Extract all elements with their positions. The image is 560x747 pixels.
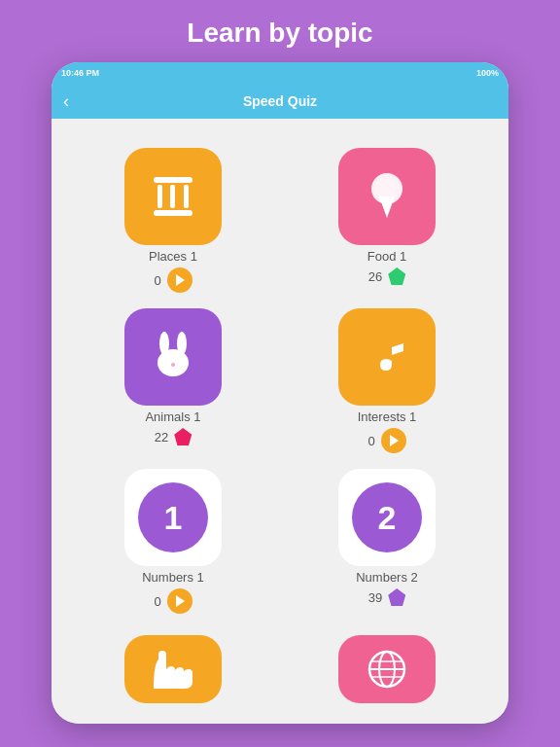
topic-score-places: 0: [154, 267, 192, 293]
icecream-icon: [358, 167, 416, 226]
topic-item-hand[interactable]: [81, 635, 265, 703]
gem-green-icon: [388, 267, 405, 285]
topic-name-numbers1: Numbers 1: [142, 570, 204, 585]
score-value-numbers1: 0: [154, 594, 160, 609]
topic-icon-numbers1: 1: [124, 469, 222, 566]
status-battery: 100%: [476, 68, 499, 78]
number2-badge: 2: [352, 482, 422, 552]
topic-name-places: Places 1: [149, 249, 197, 264]
topic-score-food: 26: [368, 267, 405, 285]
topic-item[interactable]: Food 1 26: [295, 148, 479, 293]
topic-score-numbers1: 0: [154, 588, 192, 614]
status-time: 10:46 PM: [61, 68, 99, 78]
score-value-animals: 22: [155, 430, 168, 445]
rabbit-icon: [144, 328, 202, 386]
number1-badge: 1: [138, 482, 208, 552]
content-area: EASY HARD Places 1 0: [52, 119, 508, 724]
topic-icon-food: [338, 148, 436, 245]
topic-icon-hand: [124, 635, 222, 703]
topic-item[interactable]: 1 Numbers 1 0: [81, 469, 265, 614]
topic-name-interests: Interests 1: [358, 409, 417, 424]
topic-icon-globe: [338, 635, 436, 703]
score-value-places: 0: [154, 273, 160, 288]
nav-bar: ‹ Speed Quiz: [52, 84, 508, 119]
partial-topics-row: [52, 635, 508, 703]
score-value-interests: 0: [368, 434, 374, 448]
music-icon: [358, 328, 416, 386]
topics-grid: Places 1 0 Food 1 26: [52, 142, 508, 620]
hand-icon: [144, 645, 202, 694]
globe-icon: [358, 645, 416, 694]
topic-icon-places: [124, 148, 222, 245]
status-bar: 10:46 PM 100%: [52, 62, 508, 84]
svg-rect-4: [154, 210, 192, 216]
gem-purple-icon: [388, 588, 405, 606]
column-icon: [144, 167, 202, 226]
score-value-numbers2: 39: [368, 590, 382, 605]
topic-icon-numbers2: 2: [338, 469, 436, 566]
svg-rect-3: [184, 185, 189, 208]
svg-rect-0: [154, 177, 192, 183]
topic-item[interactable]: Interests 1 0: [295, 308, 479, 453]
page-title: Learn by topic: [187, 18, 372, 49]
topic-item[interactable]: Animals 1 22: [81, 308, 265, 453]
play-button-numbers1[interactable]: [167, 588, 192, 614]
topic-name-food: Food 1: [368, 249, 406, 264]
topic-icon-interests: [338, 308, 436, 406]
svg-rect-1: [158, 185, 162, 208]
svg-point-7: [375, 177, 399, 200]
topic-score-interests: 0: [368, 428, 405, 453]
topic-icon-animals: [124, 308, 222, 406]
nav-title: Speed Quiz: [243, 93, 317, 109]
gem-pink-icon: [174, 428, 192, 445]
back-button[interactable]: ‹: [63, 91, 69, 112]
topic-name-numbers2: Numbers 2: [356, 570, 418, 585]
svg-rect-2: [170, 185, 175, 208]
topic-score-animals: 22: [155, 428, 192, 445]
play-button-places[interactable]: [167, 267, 192, 293]
device-frame: 10:46 PM 100% ‹ Speed Quiz EASY HARD: [52, 62, 508, 724]
topic-item[interactable]: 2 Numbers 2 39: [295, 469, 479, 614]
svg-point-11: [171, 363, 175, 367]
play-button-interests[interactable]: [381, 428, 406, 453]
topic-score-numbers2: 39: [368, 588, 405, 606]
score-value-food: 26: [368, 269, 382, 284]
topic-name-animals: Animals 1: [145, 409, 200, 424]
topic-item[interactable]: Places 1 0: [81, 148, 265, 293]
topic-item-globe[interactable]: [295, 635, 479, 703]
